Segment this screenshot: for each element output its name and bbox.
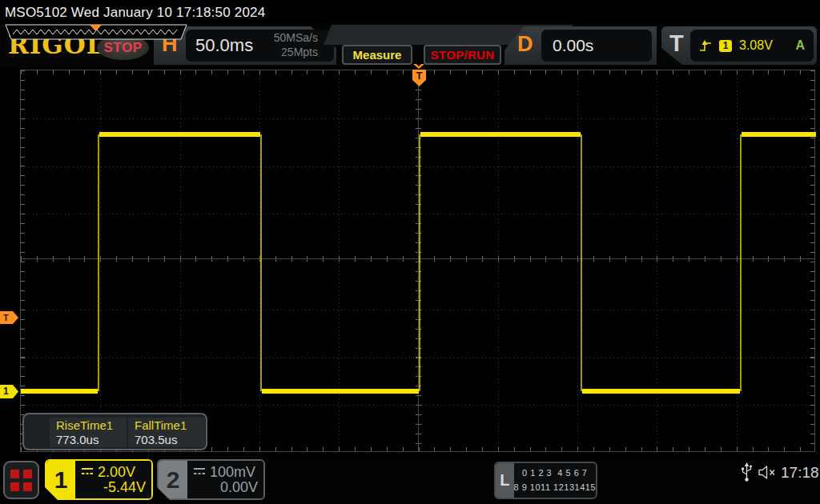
logic-row-8-15: 8 9 1011 12131415: [514, 481, 597, 494]
menu-square: [10, 482, 19, 491]
menu-square: [23, 470, 32, 478]
trigger-inset: 1 3.08V A: [690, 30, 814, 62]
usb-icon: [741, 462, 753, 483]
logic-row-0-7: 0 1 2 3 4 5 6 7: [522, 466, 587, 480]
channel1-ground-marker[interactable]: 1: [0, 385, 18, 398]
trigger-label: T: [669, 30, 684, 57]
channel1-tab[interactable]: 1: [46, 461, 75, 498]
bottom-bar: 1 2.00V -5.44V 2 100mV 0.00V L 0: [0, 456, 820, 504]
measurement-label: FallTime1: [135, 418, 205, 432]
delay-label: D: [517, 32, 533, 57]
dc-coupling-icon: [193, 467, 206, 475]
delay-value: 0.00s: [541, 36, 593, 55]
speaker-muted-icon[interactable]: [758, 465, 778, 480]
acquisition-info: 50MSa/s 25Mpts: [274, 31, 318, 59]
trigger-position-caret: [413, 64, 424, 69]
graticule: [20, 70, 815, 452]
sample-rate: 50MSa/s: [274, 31, 318, 46]
channel1-waveform: [21, 70, 816, 453]
waveform-overview-strip[interactable]: [0, 24, 250, 44]
channel1-scale: 2.00V: [98, 464, 135, 481]
channel1-offset: -5.44V: [103, 479, 146, 496]
measure-button[interactable]: Measure: [342, 45, 412, 65]
measurement-value: 703.5us: [135, 433, 205, 446]
measurement-value: 773.0us: [56, 433, 127, 446]
trigger-mode-auto: A: [795, 38, 805, 53]
rising-edge-icon: [699, 40, 712, 52]
trigger-level-marker[interactable]: T: [0, 311, 18, 324]
measurement-results-panel[interactable]: RiseTime1 773.0us FallTime1 703.5us: [22, 413, 207, 450]
menu-square: [10, 470, 19, 478]
dc-coupling-icon: [81, 467, 94, 475]
channel2-offset: 0.00V: [220, 479, 258, 496]
header-bar: RIGOL STOP H 50.0ms 50MSa/s 25Mpts Measu…: [0, 24, 820, 67]
menu-square: [23, 482, 32, 491]
trigger-source-badge: 1: [719, 40, 732, 52]
logic-tab[interactable]: L: [496, 463, 514, 498]
channel2-status-panel[interactable]: 2 100mV 0.00V: [157, 459, 265, 500]
trigger-level-value: 3.08V: [739, 38, 773, 53]
channel2-tab[interactable]: 2: [159, 461, 187, 498]
logic-channels-panel[interactable]: L 0 1 2 3 4 5 6 7 8 9 1011 12131415: [494, 462, 597, 499]
oscilloscope-screen: MSO5102 Wed January 10 17:18:50 2024 RIG…: [0, 0, 820, 504]
measurement-risetime: RiseTime1 773.0us: [50, 418, 127, 447]
channel2-readout: 100mV 0.00V: [187, 461, 263, 498]
clock-readout: 17:18: [781, 464, 819, 482]
measurement-label: RiseTime1: [56, 418, 127, 432]
titlebar-model-datetime: MSO5102 Wed January 10 17:18:50 2024: [0, 0, 820, 24]
channel2-scale: 100mV: [210, 464, 255, 481]
channel1-status-panel[interactable]: 1 2.00V -5.44V: [45, 459, 153, 500]
delay-inset: 0.00s: [541, 30, 652, 62]
memory-depth: 25Mpts: [274, 46, 318, 60]
stop-run-button[interactable]: STOP/RUN: [424, 45, 501, 65]
menu-grid-button[interactable]: [3, 461, 39, 499]
channel1-readout: 2.00V -5.44V: [75, 461, 151, 498]
logic-channel-list: 0 1 2 3 4 5 6 7 8 9 1011 12131415: [514, 463, 597, 498]
measurement-falltime: FallTime1 703.5us: [128, 418, 205, 447]
